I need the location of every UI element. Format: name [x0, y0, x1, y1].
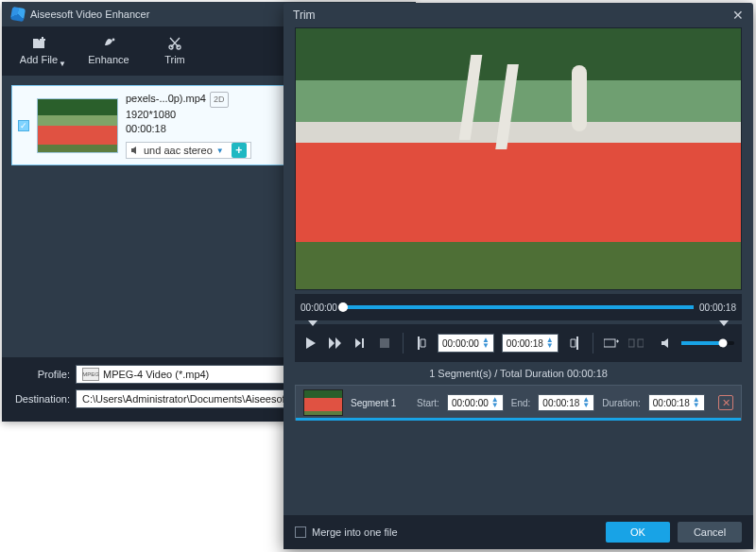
svg-rect-8 — [576, 336, 578, 350]
timeline-selection — [343, 305, 694, 309]
file-thumbnail — [37, 98, 118, 153]
end-time-value: 00:00:18 — [507, 338, 543, 349]
delete-segment-button[interactable]: ✕ — [718, 395, 733, 410]
app-logo-icon — [10, 7, 26, 22]
segment-summary: 1 Segment(s) / Total Duration 00:00:18 — [295, 368, 742, 379]
cancel-button[interactable]: Cancel — [678, 522, 742, 543]
set-out-button[interactable] — [566, 335, 583, 352]
svg-rect-6 — [380, 338, 389, 348]
profile-value: MPEG-4 Video (*.mp4) — [103, 369, 209, 380]
merge-checkbox[interactable]: Merge into one file — [295, 526, 398, 538]
mode-badge: 2D — [210, 92, 229, 108]
trim-footer: Merge into one file OK Cancel — [284, 515, 753, 549]
close-icon[interactable]: ✕ — [732, 8, 744, 23]
segment-row[interactable]: Segment 1 Start: 00:00:00▲▼ End: 00:00:1… — [295, 385, 742, 421]
segment-start-label: Start: — [417, 398, 439, 408]
segment-start-field[interactable]: 00:00:00▲▼ — [447, 394, 504, 411]
profile-label: Profile: — [11, 369, 70, 380]
end-time-field[interactable]: 00:00:18▲▼ — [502, 334, 558, 353]
cancel-label: Cancel — [694, 526, 726, 538]
volume-thumb[interactable] — [718, 339, 727, 348]
audio-track-dropdown[interactable]: und aac stereo ▼ + — [126, 142, 251, 159]
volume-slider[interactable] — [681, 341, 734, 345]
separator — [593, 333, 593, 354]
play-button[interactable] — [302, 335, 319, 352]
dropdown-caret-icon[interactable]: ▼ — [59, 60, 66, 68]
spinner-icon[interactable]: ▲▼ — [491, 397, 499, 408]
spinner-icon[interactable]: ▲▼ — [546, 337, 554, 349]
enhance-icon — [100, 37, 117, 50]
playback-controls: 00:00:00▲▼ 00:00:18▲▼ — [295, 324, 742, 362]
stop-button[interactable] — [376, 335, 393, 352]
segment-end-field[interactable]: 00:00:18▲▼ — [538, 394, 594, 411]
dropdown-caret-icon: ▼ — [216, 144, 224, 158]
in-marker-icon[interactable] — [308, 320, 318, 326]
svg-rect-9 — [604, 339, 615, 347]
segment-thumbnail — [303, 389, 343, 416]
file-checkbox[interactable]: ✓ — [18, 120, 29, 131]
spinner-icon[interactable]: ▲▼ — [482, 337, 490, 349]
timeline-start-time: 00:00:00 — [301, 302, 337, 313]
timeline-track[interactable] — [343, 305, 694, 309]
ok-label: OK — [630, 526, 645, 538]
enhance-button[interactable]: Enhance — [76, 26, 142, 76]
segment-start-value: 00:00:00 — [452, 398, 489, 408]
segment-end-label: End: — [511, 398, 531, 408]
segment-duration-label: Duration: — [602, 398, 641, 408]
timeline: 00:00:00 00:00:18 — [295, 294, 742, 320]
file-name: pexels-...0p).mp4 — [126, 93, 206, 104]
add-file-button[interactable]: Add File ▼ — [2, 26, 76, 76]
set-in-button[interactable] — [413, 335, 430, 352]
scissors-icon — [168, 37, 181, 50]
app-title: Aiseesoft Video Enhancer — [30, 9, 149, 20]
fast-forward-button[interactable] — [327, 335, 344, 352]
svg-rect-10 — [628, 339, 634, 347]
volume-fill — [681, 341, 723, 345]
mute-button[interactable] — [659, 335, 676, 352]
segment-end-value: 00:00:18 — [542, 398, 579, 408]
audio-track-label: und aac stereo — [144, 144, 213, 158]
svg-rect-5 — [362, 338, 364, 348]
start-time-field[interactable]: 00:00:00▲▼ — [438, 334, 494, 353]
segment-name: Segment 1 — [351, 398, 409, 408]
enhance-label: Enhance — [88, 54, 129, 65]
svg-rect-7 — [418, 336, 420, 350]
destination-label: Destination: — [11, 393, 70, 405]
segment-duration-field[interactable]: 00:00:18▲▼ — [648, 394, 705, 411]
trim-label: Trim — [164, 54, 185, 65]
merge-label: Merge into one file — [312, 526, 398, 538]
segment-duration-value: 00:00:18 — [653, 398, 690, 408]
playhead[interactable] — [338, 302, 348, 312]
svg-rect-11 — [638, 339, 644, 347]
new-segment-button[interactable] — [603, 335, 620, 352]
next-frame-button[interactable] — [352, 335, 369, 352]
out-marker-icon[interactable] — [719, 320, 729, 326]
add-track-button[interactable]: + — [232, 143, 247, 158]
mpeg-format-icon: MPEG — [82, 368, 99, 381]
speaker-icon — [130, 146, 140, 155]
add-file-label: Add File — [20, 54, 58, 65]
join-segment-button — [627, 335, 644, 352]
trim-title: Trim — [293, 9, 316, 22]
trim-titlebar: Trim ✕ — [284, 3, 753, 27]
checkbox-icon — [295, 526, 306, 538]
trim-button[interactable]: Trim — [142, 26, 208, 76]
spinner-icon[interactable]: ▲▼ — [693, 397, 700, 408]
spinner-icon[interactable]: ▲▼ — [582, 397, 590, 408]
add-file-icon — [31, 37, 46, 50]
svg-point-2 — [112, 39, 115, 42]
video-preview[interactable] — [295, 27, 742, 290]
volume-control — [659, 335, 734, 352]
ok-button[interactable]: OK — [606, 522, 670, 543]
segment-range-bar — [296, 418, 741, 421]
timeline-end-time: 00:00:18 — [699, 302, 736, 313]
trim-dialog: Trim ✕ 00:00:00 00:00:18 00:00:00▲▼ 00:0… — [284, 3, 753, 549]
separator — [403, 333, 404, 354]
start-time-value: 00:00:00 — [442, 338, 479, 349]
svg-rect-1 — [40, 39, 45, 41]
